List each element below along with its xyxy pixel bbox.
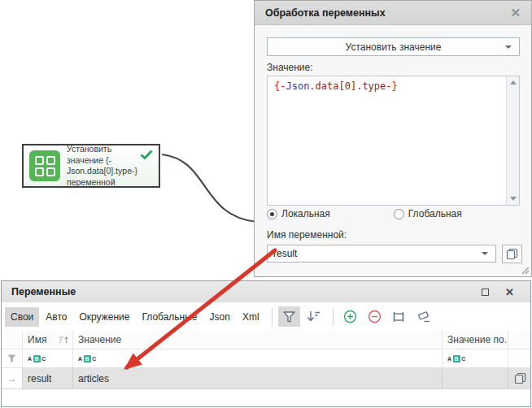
- cell-default[interactable]: [443, 368, 508, 388]
- table-row[interactable]: → result articles: [2, 368, 530, 389]
- tab-auto[interactable]: Авто: [40, 307, 72, 327]
- copy-pages-icon: [506, 248, 518, 260]
- tab-environment[interactable]: Окружение: [73, 307, 135, 327]
- variables-panel: Переменные ✕ Свои Авто Окружение Глобаль…: [1, 280, 531, 407]
- variable-name-label: Имя переменной:: [267, 229, 347, 241]
- plus-circle-icon: [343, 310, 357, 323]
- sort-button[interactable]: [303, 306, 325, 327]
- variable-processing-dialog: Обработка переменных ✕ Установить значен…: [254, 0, 532, 277]
- filter-cell-name[interactable]: ABC: [23, 349, 73, 367]
- variable-name-value: result: [273, 248, 297, 259]
- abc-filter-icon: ABC: [28, 355, 46, 362]
- dialog-title: Обработка переменных: [265, 7, 386, 19]
- filter-row: ABC ABC ABC: [2, 349, 530, 368]
- row-indicator: →: [2, 368, 23, 388]
- window-frame-icon: [392, 311, 405, 323]
- close-icon[interactable]: ✕: [505, 287, 514, 297]
- table-header-row: Имя Значение Значение по...: [2, 331, 530, 349]
- toolbar-separator: [272, 308, 273, 326]
- value-textarea[interactable]: {-Json.data[0].type-}: [267, 76, 520, 206]
- filter-cell-extra: [508, 349, 530, 367]
- header-indicator-cell: [2, 331, 23, 349]
- dialog-titlebar[interactable]: Обработка переменных ✕: [255, 1, 531, 25]
- clear-values-button[interactable]: [412, 306, 434, 327]
- variables-table: Имя Значение Значение по... ABC AB: [2, 331, 530, 389]
- maximize-icon[interactable]: [482, 289, 489, 296]
- copy-pages-icon: [514, 372, 526, 384]
- action-node-set-value[interactable]: Установить значение {- Json.data[0].type…: [22, 144, 160, 188]
- filter-indicator-cell: [2, 349, 23, 367]
- tab-xml[interactable]: Xml: [237, 307, 265, 327]
- scroll-up-icon[interactable]: [510, 80, 517, 85]
- sort-indicator-icon: [59, 336, 68, 344]
- radio-local[interactable]: [267, 209, 277, 219]
- column-header-extra: [508, 331, 530, 349]
- chevron-down-icon: [505, 46, 512, 49]
- tab-json[interactable]: Json: [204, 307, 236, 327]
- cell-name[interactable]: result: [23, 368, 73, 388]
- abc-filter-icon: ABC: [78, 355, 97, 362]
- abc-filter-icon: ABC: [447, 355, 466, 362]
- radio-local-label: Локальная: [281, 208, 330, 219]
- tab-global[interactable]: Глобальные: [136, 307, 203, 327]
- value-label: Значение:: [267, 62, 313, 73]
- filter-cell-default[interactable]: ABC: [443, 349, 508, 367]
- textarea-scrollbar[interactable]: [506, 76, 519, 205]
- success-check-icon: [140, 150, 153, 160]
- variables-panel-title: Переменные: [11, 286, 76, 297]
- macro-expression: {-Json.data[0].type-}: [268, 76, 519, 96]
- chevron-down-icon: [482, 252, 488, 255]
- filter-cell-value[interactable]: ABC: [73, 349, 443, 367]
- column-header-name[interactable]: Имя: [23, 331, 73, 349]
- column-header-default[interactable]: Значение по...: [443, 331, 508, 349]
- radio-global[interactable]: [394, 209, 404, 219]
- radio-global-label: Глобальная: [408, 208, 462, 219]
- variable-name-combobox[interactable]: result: [267, 245, 496, 263]
- variables-toolbar: Свои Авто Окружение Глобальные Json Xml: [2, 302, 530, 331]
- resize-grip[interactable]: [520, 265, 530, 275]
- add-variable-button[interactable]: [339, 306, 361, 327]
- tab-own[interactable]: Свои: [5, 307, 39, 327]
- action-type-value: Установить значение: [346, 41, 442, 53]
- sort-descending-icon: [307, 310, 321, 323]
- filter-button[interactable]: [278, 306, 300, 327]
- variables-list-button[interactable]: [502, 245, 522, 263]
- close-icon[interactable]: ✕: [510, 7, 521, 19]
- variables-grid-icon: [29, 150, 60, 181]
- minus-circle-icon: [368, 310, 382, 323]
- filter-funnel-icon: [283, 311, 295, 323]
- cell-value[interactable]: articles: [73, 368, 443, 388]
- edit-value-button[interactable]: [388, 306, 410, 327]
- filter-funnel-small-icon: [7, 354, 16, 362]
- cell-copy[interactable]: [508, 368, 530, 388]
- remove-variable-button[interactable]: [364, 306, 386, 327]
- variables-panel-titlebar[interactable]: Переменные ✕: [2, 281, 530, 302]
- action-type-dropdown[interactable]: Установить значение: [267, 37, 520, 56]
- column-header-value[interactable]: Значение: [73, 331, 443, 349]
- scroll-down-icon[interactable]: [510, 197, 517, 201]
- screenshot-root: Установить значение {- Json.data[0].type…: [0, 0, 532, 408]
- toolbar-separator: [333, 308, 334, 326]
- eraser-icon: [416, 310, 430, 323]
